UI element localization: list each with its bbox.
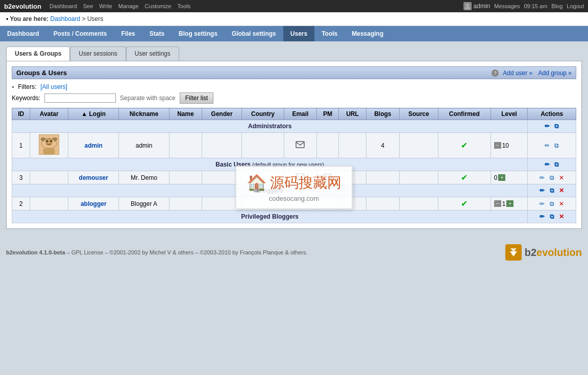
user-email [284,133,317,158]
topbar-nav-manage[interactable]: Manage [118,3,139,9]
user-name [169,133,202,158]
footer-license: – GPL License – ©2001-2002 by Michel V &… [67,249,308,255]
svg-rect-3 [43,149,55,154]
edit-group-icon[interactable]: ✏ [543,122,551,130]
level-value: 10 [502,142,509,149]
user-source [400,133,438,158]
level-minus-button[interactable]: − [494,142,501,149]
panel-title: Groups & Users [16,69,489,77]
nav-global-settings[interactable]: Global settings [225,26,283,41]
level-value: 0 [494,174,498,181]
user-country [241,197,284,210]
add-group-link[interactable]: Add group » [538,69,572,77]
copy-user-icon[interactable]: ⧉ [548,200,556,208]
nav-users[interactable]: Users [283,26,314,41]
user-url [339,133,366,158]
level-plus-button[interactable]: + [498,174,505,181]
copy-basic-group-icon[interactable]: ⧉ [553,160,561,169]
filters-label: Filters: [18,83,36,90]
delete-priv-group-icon[interactable]: ✕ [557,213,566,221]
edit-priv-group-icon[interactable]: ✏ [538,213,546,221]
user-source [400,197,438,210]
footer-logo-icon [505,244,522,261]
topbar-nav-write[interactable]: Write [99,3,112,9]
nav-tools[interactable]: Tools [314,26,345,41]
tab-users-groups[interactable]: Users & Groups [6,46,70,61]
nav-posts-comments[interactable]: Posts / Comments [46,26,114,41]
tab-user-sessions[interactable]: User sessions [70,46,126,61]
brand-logo: b2evolution [4,3,41,10]
user-actions: ✏ ⧉ ✕ [528,197,576,210]
col-actions: Actions [528,108,576,120]
tab-user-settings[interactable]: User settings [126,46,179,61]
separate-hint: Separate with space [120,95,176,102]
all-users-link[interactable]: [All users] [40,83,67,90]
keywords-input[interactable] [44,93,116,103]
nav-messaging[interactable]: Messaging [345,26,390,41]
col-name: Name [169,108,202,120]
breadcrumb-prefix: • You are here: [6,15,48,22]
content-area: Users & Groups User sessions User settin… [0,41,588,234]
delete-user-icon[interactable]: ✕ [557,200,566,208]
add-user-link[interactable]: Add user » [503,69,532,77]
nav-blog-settings[interactable]: Blog settings [172,26,225,41]
admin-username: admin [474,3,491,10]
level-minus-button[interactable]: − [494,200,501,207]
filter-list-button[interactable]: Filter list [180,92,214,104]
copy-user-icon[interactable]: ⧉ [553,142,561,150]
user-level: − 10 [491,133,528,158]
topbar-nav-customize[interactable]: Customize [145,3,172,9]
edit-user-icon[interactable]: ✏ [538,174,546,182]
main-panel: Groups & Users ? Add user » Add group » … [6,61,582,229]
level-plus-button[interactable]: + [506,200,513,207]
confirmed-checkmark: ✔ [461,199,468,208]
messages-link[interactable]: Messages [494,3,520,9]
email-icon[interactable] [296,173,305,180]
topbar-nav-dashboard[interactable]: Dashboard [50,3,77,9]
group-bloggers-label: Bloggers [12,184,528,197]
email-icon[interactable] [296,141,305,148]
col-login[interactable]: ▲ Login [68,108,119,120]
avatar-image [39,134,59,155]
nav-stats[interactable]: Stats [142,26,172,41]
copy-user-icon[interactable]: ⧉ [548,174,556,182]
topbar-nav-tools[interactable]: Tools [178,3,191,9]
level-controls: 0 + [494,174,525,181]
user-pm [316,133,339,158]
breadcrumb-current: Users [87,15,103,22]
col-confirmed: Confirmed [438,108,491,120]
user-country [241,171,284,184]
user-confirmed: ✔ [438,133,491,158]
delete-user-icon[interactable]: ✕ [557,174,566,182]
user-source [400,171,438,184]
edit-user-icon[interactable]: ✏ [538,200,546,208]
user-login[interactable]: demouser [68,171,119,184]
edit-user-icon[interactable]: ✏ [543,142,551,150]
breadcrumb-dashboard[interactable]: Dashboard [50,15,80,22]
user-login[interactable]: ablogger [68,197,119,210]
user-nickname: Blogger A [119,197,169,210]
col-blogs: Blogs [366,108,399,120]
group-privileged-bloggers-actions: ✏ ⧉ ✕ [528,210,576,223]
user-login[interactable]: admin [68,133,119,158]
user-email [284,171,317,184]
svg-point-5 [50,140,52,142]
copy-bloggers-group-icon[interactable]: ⧉ [548,186,556,195]
topbar-nav-see[interactable]: See [83,3,93,9]
copy-priv-group-icon[interactable]: ⧉ [548,213,556,221]
footer-logo-text: b2evolution [525,247,582,259]
col-pm: PM [316,108,339,120]
blog-link[interactable]: Blog [551,3,562,9]
delete-bloggers-group-icon[interactable]: ✕ [557,186,566,195]
edit-basic-group-icon[interactable]: ✏ [543,160,551,169]
filter-minus-icon[interactable]: ▪ [12,83,14,90]
group-privileged-bloggers-label: Privileged Bloggers [12,210,528,223]
edit-bloggers-group-icon[interactable]: ✏ [538,186,546,195]
user-url [339,171,366,184]
nav-dashboard[interactable]: Dashboard [0,26,46,41]
copy-group-icon[interactable]: ⧉ [553,122,561,130]
nav-files[interactable]: Files [114,26,142,41]
info-icon[interactable]: ? [492,69,499,77]
logout-link[interactable]: Logout [567,3,584,9]
keywords-label: Keywords: [12,95,40,102]
